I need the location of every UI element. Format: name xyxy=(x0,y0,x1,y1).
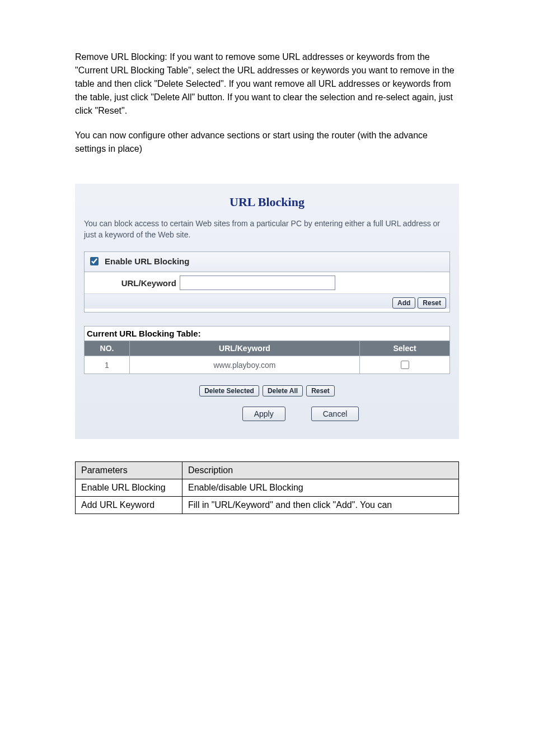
desc-th-param: Parameters xyxy=(76,462,182,479)
table-reset-button[interactable]: Reset xyxy=(306,385,335,396)
enable-fieldset: Enable URL Blocking URL/Keyword Add Rese… xyxy=(84,251,450,312)
th-kw: URL/Keyword xyxy=(130,341,360,356)
reset-button[interactable]: Reset xyxy=(418,297,446,309)
desc-cell-desc: Fill in "URL/Keyword" and then click "Ad… xyxy=(182,497,459,514)
panel-title: URL Blocking xyxy=(84,195,450,209)
apply-cancel-row: Apply Cancel xyxy=(151,407,450,426)
description-table-wrap: Parameters Description Enable URL Blocki… xyxy=(0,461,534,514)
enable-row: Enable URL Blocking xyxy=(85,252,449,272)
delete-all-button[interactable]: Delete All xyxy=(263,385,303,396)
desc-row: Enable URL Blocking Enable/disable URL B… xyxy=(76,479,459,497)
cancel-button[interactable]: Cancel xyxy=(311,407,359,421)
table-row: 1 www.playboy.com xyxy=(85,356,450,374)
panel-description: You can block access to certain Web site… xyxy=(84,218,450,240)
cell-select xyxy=(360,356,450,374)
enable-url-blocking-label: Enable URL Blocking xyxy=(105,256,189,266)
add-button[interactable]: Add xyxy=(392,297,415,309)
url-keyword-input[interactable] xyxy=(180,276,335,290)
th-select: Select xyxy=(360,341,450,356)
table-button-row: Delete Selected Delete All Reset xyxy=(84,374,450,407)
desc-cell-desc: Enable/disable URL Blocking xyxy=(182,479,459,497)
desc-cell-param: Enable URL Blocking xyxy=(76,479,182,497)
url-blocking-table-wrap: Current URL Blocking Table: NO. URL/Keyw… xyxy=(84,326,450,426)
desc-th-desc: Description xyxy=(182,462,459,479)
cell-no: 1 xyxy=(85,356,130,374)
enable-url-blocking-checkbox[interactable] xyxy=(90,257,99,265)
description-table: Parameters Description Enable URL Blocki… xyxy=(75,461,459,514)
intro-p1: Remove URL Blocking: If you want to remo… xyxy=(75,50,459,118)
desc-row: Add URL Keyword Fill in "URL/Keyword" an… xyxy=(76,497,459,514)
url-keyword-label: URL/Keyword xyxy=(88,278,176,288)
intro-p2: You can now configure other advance sect… xyxy=(75,129,459,156)
intro-text: Remove URL Blocking: If you want to remo… xyxy=(0,50,534,184)
desc-cell-param: Add URL Keyword xyxy=(76,497,182,514)
table-caption: Current URL Blocking Table: xyxy=(84,326,450,340)
delete-selected-button[interactable]: Delete Selected xyxy=(199,385,259,396)
row-select-checkbox[interactable] xyxy=(401,361,409,369)
url-keyword-row: URL/Keyword xyxy=(85,272,449,294)
add-reset-row: Add Reset xyxy=(85,294,449,309)
url-blocking-table: NO. URL/Keyword Select 1 www.playboy.com xyxy=(84,340,450,374)
apply-button[interactable]: Apply xyxy=(242,407,285,421)
url-blocking-panel: URL Blocking You can block access to cer… xyxy=(75,184,459,439)
th-no: NO. xyxy=(85,341,130,356)
cell-kw: www.playboy.com xyxy=(130,356,360,374)
